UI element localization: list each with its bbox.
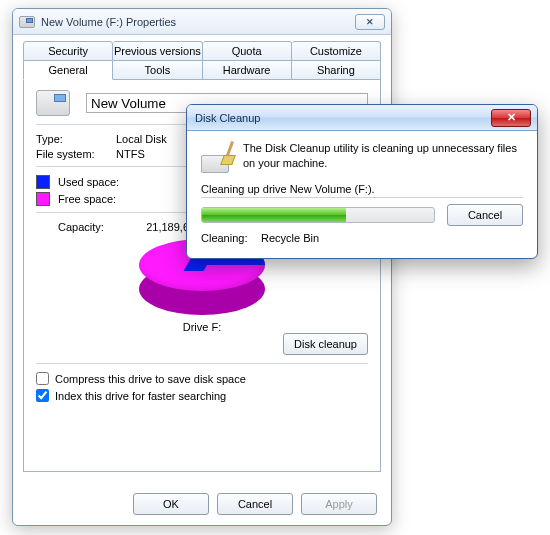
tab-previous-versions[interactable]: Previous versions — [113, 41, 202, 61]
tab-general[interactable]: General — [23, 61, 113, 80]
type-label: Type: — [36, 133, 116, 145]
index-checkbox[interactable] — [36, 389, 49, 402]
cleanup-progress-fill — [202, 208, 346, 222]
index-label: Index this drive for faster searching — [55, 390, 226, 402]
used-swatch-icon — [36, 175, 50, 189]
disk-cleanup-dialog: Disk Cleanup ✕ The Disk Cleanup utility … — [186, 104, 538, 259]
free-swatch-icon — [36, 192, 50, 206]
tab-row-bottom: General Tools Hardware Sharing — [23, 61, 381, 80]
disk-cleanup-button[interactable]: Disk cleanup — [283, 333, 368, 355]
compress-label: Compress this drive to save disk space — [55, 373, 246, 385]
compress-checkbox[interactable] — [36, 372, 49, 385]
properties-window: New Volume (F:) Properties ✕ Security Pr… — [12, 8, 392, 526]
cleaning-label: Cleaning: — [201, 232, 261, 244]
capacity-label: Capacity: — [36, 221, 136, 233]
cleanup-status: Cleaning up drive New Volume (F:). — [201, 183, 523, 198]
cleaning-value: Recycle Bin — [261, 232, 319, 244]
window-title: New Volume (F:) Properties — [41, 16, 355, 28]
cleanup-titlebar[interactable]: Disk Cleanup ✕ — [187, 105, 537, 131]
free-label: Free space: — [58, 193, 138, 205]
compress-checkbox-row[interactable]: Compress this drive to save disk space — [36, 372, 368, 385]
close-icon[interactable]: ✕ — [355, 14, 385, 30]
cleanup-message: The Disk Cleanup utility is cleaning up … — [243, 141, 523, 173]
divider — [36, 363, 368, 364]
ok-button[interactable]: OK — [133, 493, 209, 515]
cleanup-progress-bar — [201, 207, 435, 223]
pie-caption: Drive F: — [36, 321, 368, 333]
apply-button[interactable]: Apply — [301, 493, 377, 515]
cleanup-title: Disk Cleanup — [195, 112, 491, 124]
cancel-button[interactable]: Cancel — [217, 493, 293, 515]
cleanup-body: The Disk Cleanup utility is cleaning up … — [187, 131, 537, 258]
filesystem-label: File system: — [36, 148, 116, 160]
tab-security[interactable]: Security — [23, 41, 113, 61]
tab-customize[interactable]: Customize — [292, 41, 381, 61]
dialog-footer: OK Cancel Apply — [13, 493, 391, 515]
drive-icon — [19, 16, 35, 28]
cleanup-cancel-button[interactable]: Cancel — [447, 204, 523, 226]
tab-tools[interactable]: Tools — [113, 61, 202, 80]
tab-sharing[interactable]: Sharing — [292, 61, 381, 80]
type-value: Local Disk — [116, 133, 167, 145]
index-checkbox-row[interactable]: Index this drive for faster searching — [36, 389, 368, 402]
close-icon[interactable]: ✕ — [491, 109, 531, 127]
volume-icon — [36, 90, 70, 116]
filesystem-value: NTFS — [116, 148, 145, 160]
used-label: Used space: — [58, 176, 138, 188]
tab-quota[interactable]: Quota — [203, 41, 292, 61]
cleanup-broom-icon — [201, 141, 233, 173]
tab-hardware[interactable]: Hardware — [203, 61, 292, 80]
tab-row-top: Security Previous versions Quota Customi… — [23, 41, 381, 61]
properties-titlebar[interactable]: New Volume (F:) Properties ✕ — [13, 9, 391, 35]
